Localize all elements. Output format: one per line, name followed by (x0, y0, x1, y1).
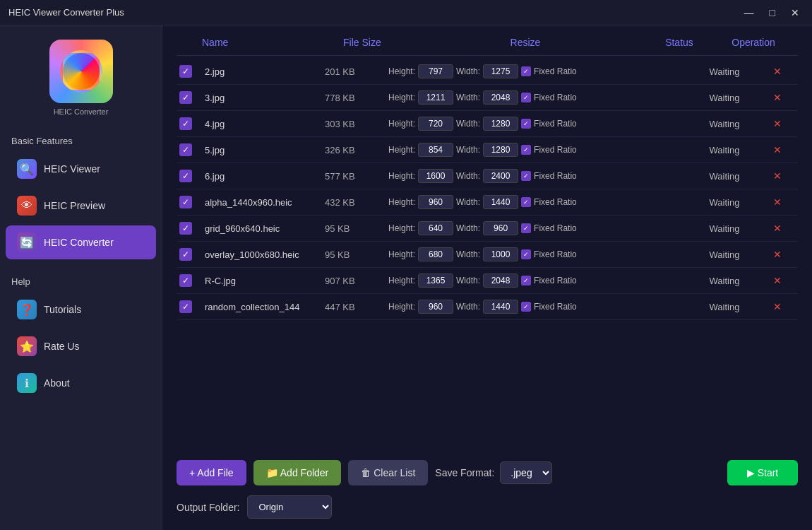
fixed-ratio-checkbox-9[interactable] (521, 302, 531, 312)
sidebar-item-about[interactable]: ℹ About (6, 366, 156, 400)
fixed-ratio-checkbox-0[interactable] (521, 66, 531, 76)
file-checkbox-3[interactable] (179, 143, 192, 156)
file-checkbox-4[interactable] (179, 170, 192, 182)
fixed-ratio-label-2: Fixed Ratio (534, 119, 577, 129)
width-label-9: Width: (456, 302, 480, 312)
fixed-ratio-checkbox-3[interactable] (521, 145, 531, 155)
clear-list-button[interactable]: 🗑 Clear List (348, 460, 428, 485)
file-delete-3[interactable]: ✕ (760, 144, 795, 155)
fixed-ratio-label-3: Fixed Ratio (534, 145, 577, 155)
width-label-3: Width: (456, 145, 480, 155)
fixed-ratio-wrap-5: Fixed Ratio (521, 197, 577, 207)
file-size-8: 907 KB (325, 276, 388, 286)
fixed-ratio-wrap-8: Fixed Ratio (521, 276, 577, 285)
file-list: 2.jpg 201 KB Height: Width: Fixed Ratio … (177, 59, 798, 450)
file-delete-1[interactable]: ✕ (760, 92, 795, 103)
height-input-9[interactable] (418, 300, 453, 314)
preview-icon: 👁 (17, 196, 37, 216)
height-label-5: Height: (388, 197, 415, 207)
height-input-2[interactable] (418, 117, 453, 131)
sidebar-item-tutorials[interactable]: ❓ Tutorials (6, 293, 156, 326)
file-delete-6[interactable]: ✕ (760, 223, 795, 234)
sidebar-label-converter: HEIC Converter (44, 237, 114, 248)
width-input-5[interactable] (483, 195, 518, 209)
file-checkbox-6[interactable] (179, 222, 192, 235)
sidebar-label-about: About (44, 377, 70, 389)
file-delete-4[interactable]: ✕ (760, 170, 795, 182)
resize-controls-0: Height: Width: Fixed Ratio (388, 64, 689, 78)
fixed-ratio-label-8: Fixed Ratio (534, 276, 577, 285)
file-delete-9[interactable]: ✕ (760, 301, 795, 312)
width-input-4[interactable] (483, 169, 518, 183)
height-input-3[interactable] (418, 143, 453, 157)
fixed-ratio-checkbox-7[interactable] (521, 249, 531, 259)
sidebar-item-heic-preview[interactable]: 👁 HEIC Preview (6, 189, 156, 223)
file-delete-8[interactable]: ✕ (760, 275, 795, 286)
height-input-4[interactable] (418, 169, 453, 183)
add-file-button[interactable]: + Add File (177, 460, 246, 485)
file-checkbox-0[interactable] (179, 65, 192, 78)
fixed-ratio-wrap-1: Fixed Ratio (521, 93, 577, 102)
close-button[interactable]: ✕ (787, 6, 804, 20)
sidebar-item-heic-converter[interactable]: 🔄 HEIC Converter (6, 225, 156, 259)
height-input-8[interactable] (418, 273, 453, 288)
col-name: Name (202, 37, 343, 48)
file-delete-2[interactable]: ✕ (760, 118, 795, 129)
height-label-7: Height: (388, 249, 415, 259)
fixed-ratio-label-4: Fixed Ratio (534, 171, 577, 181)
file-delete-0[interactable]: ✕ (760, 66, 795, 77)
fixed-ratio-checkbox-4[interactable] (521, 171, 531, 181)
minimize-button[interactable]: — (740, 6, 758, 20)
width-input-6[interactable] (483, 221, 518, 235)
height-input-7[interactable] (418, 247, 453, 261)
sidebar-item-heic-viewer[interactable]: 🔍 HEIC Viewer (6, 152, 156, 186)
table-row: 4.jpg 303 KB Height: Width: Fixed Ratio … (177, 111, 798, 137)
height-input-6[interactable] (418, 221, 453, 235)
col-operation: Operation (715, 37, 792, 48)
maximize-button[interactable]: □ (765, 6, 780, 20)
width-input-1[interactable] (483, 90, 518, 105)
width-input-2[interactable] (483, 117, 518, 131)
file-name-6: grid_960x640.heic (205, 223, 325, 234)
fixed-ratio-wrap-7: Fixed Ratio (521, 249, 577, 259)
file-status-9: Waiting (689, 302, 760, 312)
width-input-8[interactable] (483, 273, 518, 288)
height-label-0: Height: (388, 66, 415, 76)
help-label: Help (0, 271, 162, 291)
start-button[interactable]: ▶ Start (727, 460, 798, 485)
height-input-5[interactable] (418, 195, 453, 209)
file-delete-7[interactable]: ✕ (760, 249, 795, 260)
file-checkbox-1[interactable] (179, 91, 192, 104)
add-folder-button[interactable]: 📁 Add Folder (253, 460, 342, 485)
save-format-label: Save Format: (435, 467, 494, 478)
app-logo (49, 40, 113, 103)
sidebar-item-rateus[interactable]: ⭐ Rate Us (6, 329, 156, 363)
width-input-3[interactable] (483, 143, 518, 157)
width-input-9[interactable] (483, 300, 518, 314)
width-input-7[interactable] (483, 247, 518, 261)
format-select[interactable]: .jpeg .png .jpg .bmp .tiff (500, 461, 552, 484)
file-checkbox-9[interactable] (179, 300, 192, 313)
file-name-9: random_collection_144 (205, 302, 325, 312)
width-input-0[interactable] (483, 64, 518, 78)
file-checkbox-8[interactable] (179, 274, 192, 287)
file-delete-5[interactable]: ✕ (760, 196, 795, 208)
fixed-ratio-label-9: Fixed Ratio (534, 302, 577, 312)
col-resize: Resize (407, 37, 644, 48)
file-checkbox-7[interactable] (179, 248, 192, 261)
fixed-ratio-checkbox-6[interactable] (521, 223, 531, 233)
file-size-2: 303 KB (325, 119, 388, 129)
height-input-0[interactable] (418, 64, 453, 78)
fixed-ratio-checkbox-2[interactable] (521, 119, 531, 129)
height-input-1[interactable] (418, 90, 453, 105)
folder-select[interactable]: Origin Custom (247, 495, 332, 519)
window-controls: — □ ✕ (740, 6, 804, 20)
fixed-ratio-checkbox-5[interactable] (521, 197, 531, 207)
file-checkbox-2[interactable] (179, 117, 192, 130)
file-checkbox-5[interactable] (179, 196, 192, 208)
file-name-8: R-C.jpg (205, 276, 325, 286)
table-row: 6.jpg 577 KB Height: Width: Fixed Ratio … (177, 163, 798, 189)
fixed-ratio-checkbox-8[interactable] (521, 276, 531, 285)
file-name-7: overlay_1000x680.heic (205, 249, 325, 260)
fixed-ratio-checkbox-1[interactable] (521, 93, 531, 102)
